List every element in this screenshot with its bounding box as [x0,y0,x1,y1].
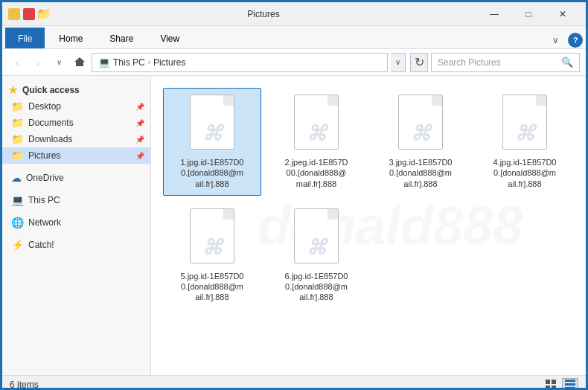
sidebar-item-catch[interactable]: ⚡ Catch! [2,237,150,253]
file-icon-5: ⌘ [185,208,239,268]
sidebar-quick-access[interactable]: ★ Quick access [2,82,150,98]
tab-file[interactable]: File [5,28,45,48]
title-icon-folder: 📁 [38,8,50,20]
svg-rect-3 [552,386,556,390]
window-controls: — □ ✕ [477,2,580,26]
svg-rect-0 [546,380,550,384]
file-name-6: 6.jpg.id-1E857D00.[donald888@mail.fr].88… [284,271,348,303]
file-grid-container: ⌘ 1.jpg.id-1E857D00.[donald888@mail.fr].… [160,85,577,313]
file-icon-6: ⌘ [290,208,343,268]
sidebar-item-network[interactable]: 🌐 Network [2,214,150,231]
list-view-button[interactable] [562,378,578,391]
sidebar-separator-4 [2,231,150,237]
file-page-1: ⌘ [190,95,234,150]
svg-rect-2 [546,386,550,390]
refresh-button[interactable]: ↻ [410,53,428,72]
desktop-pin-icon: 📌 [135,103,144,111]
help-button[interactable]: ? [568,33,583,48]
tab-share[interactable]: Share [97,28,146,48]
file-item-2[interactable]: ⌘ 2.jpeg.id-1E857D00.[donald888@mail.fr]… [267,88,365,196]
address-bar: ‹ › ∨ 💻 This PC › Pictures ∨ ↻ Search Pi… [2,49,586,76]
catch-icon: ⚡ [11,239,24,251]
forward-button[interactable]: › [29,54,47,71]
content-area: donald888 ⌘ 1.jpg.id-1E857D00.[donald888… [151,76,586,375]
documents-pin-icon: 📌 [135,119,144,127]
file-grid: ⌘ 1.jpg.id-1E857D00.[donald888@mail.fr].… [160,85,577,313]
sidebar: ★ Quick access 📁 Desktop 📌 📁 Documents 📌… [2,76,151,375]
minimize-button[interactable]: — [477,2,511,26]
downloads-pin-icon: 📌 [135,135,144,144]
onedrive-icon: ☁ [11,172,22,184]
address-dropdown[interactable]: ∨ [391,53,406,72]
sidebar-documents-label: Documents [28,118,74,128]
downloads-icon: 📁 [11,133,24,145]
path-chevron-1: › [148,58,150,66]
file-icon-1: ⌘ [185,95,239,154]
ribbon-chevron[interactable]: ∨ [546,32,565,48]
back-button[interactable]: ‹ [8,54,26,71]
search-icon: 🔍 [561,57,573,68]
up-button[interactable] [71,54,89,71]
title-icon-yellow [8,8,20,20]
main-layout: ★ Quick access 📁 Desktop 📌 📁 Documents 📌… [2,76,586,375]
sidebar-separator-1 [2,164,150,170]
sidebar-pictures-label: Pictures [28,150,60,161]
file-item-3[interactable]: ⌘ 3.jpg.id-1E857D00.[donald888@mail.fr].… [371,88,470,196]
file-page-3: ⌘ [398,95,443,150]
desktop-icon: 📁 [11,100,24,112]
sidebar-catch-label: Catch! [28,240,54,250]
sidebar-separator-2 [2,186,150,192]
file-name-3: 3.jpg.id-1E857D00.[donald888@mail.fr].88… [389,157,452,189]
sidebar-item-downloads[interactable]: 📁 Downloads 📌 [2,131,150,147]
svg-rect-5 [565,383,575,386]
tab-home[interactable]: Home [46,28,95,48]
pictures-pin-icon: 📌 [135,152,144,160]
grid-view-button[interactable] [543,378,559,391]
path-icon: 💻 [98,57,110,68]
status-bar: 6 items [2,375,586,390]
file-page-4: ⌘ [502,95,547,150]
quick-access-icon: ★ [8,84,18,96]
file-name-5: 5.jpg.id-1E857D00.[donald888@mail.fr].88… [180,271,243,303]
file-icon-4: ⌘ [498,95,552,154]
tab-view[interactable]: View [147,28,192,48]
sidebar-separator-3 [2,208,150,214]
pictures-icon: 📁 [11,150,24,162]
sidebar-item-onedrive[interactable]: ☁ OneDrive [2,170,150,186]
address-path[interactable]: 💻 This PC › Pictures [92,53,388,72]
file-name-2: 2.jpeg.id-1E857D00.[donald888@mail.fr].8… [284,157,348,189]
search-box[interactable]: Search Pictures 🔍 [431,53,580,72]
sidebar-downloads-label: Downloads [28,134,72,144]
file-item-6[interactable]: ⌘ 6.jpg.id-1E857D00.[donald888@mail.fr].… [267,202,365,310]
sidebar-item-thispc[interactable]: 💻 This PC [2,192,150,208]
file-page-5: ⌘ [190,208,234,263]
svg-rect-4 [565,380,575,382]
file-icon-3: ⌘ [394,95,447,154]
maximize-button[interactable]: □ [511,2,546,26]
path-thispc: This PC [113,57,145,68]
sidebar-item-pictures[interactable]: 📁 Pictures 📌 [2,147,150,164]
ribbon-tabs: File Home Share View ∨ ? [2,26,586,48]
sidebar-item-desktop[interactable]: 📁 Desktop 📌 [2,98,150,115]
thispc-icon: 💻 [11,194,24,206]
dropdown-nav-button[interactable]: ∨ [50,54,68,71]
ribbon: File Home Share View ∨ ? [2,26,586,49]
close-button[interactable]: ✕ [546,2,580,26]
file-item-4[interactable]: ⌘ 4.jpg.id-1E857D00.[donald888@mail.fr].… [476,88,574,196]
title-bar-icons: 📁 [8,8,50,20]
item-count: 6 items [10,380,39,390]
sidebar-item-documents[interactable]: 📁 Documents 📌 [2,115,150,131]
search-placeholder: Search Pictures [438,57,558,68]
sidebar-onedrive-label: OneDrive [26,173,64,183]
file-page-2: ⌘ [294,95,339,150]
sidebar-thispc-label: This PC [28,195,60,205]
file-item-5[interactable]: ⌘ 5.jpg.id-1E857D00.[donald888@mail.fr].… [163,202,261,310]
sidebar-desktop-label: Desktop [28,101,61,112]
title-bar: 📁 Pictures — □ ✕ [2,2,586,26]
file-icon-2: ⌘ [290,95,343,154]
ribbon-expand: ∨ ? [546,32,583,48]
window-title: Pictures [50,9,477,19]
path-pictures: Pictures [153,57,185,68]
documents-icon: 📁 [11,117,24,129]
file-item-1[interactable]: ⌘ 1.jpg.id-1E857D00.[donald888@mail.fr].… [163,88,261,196]
